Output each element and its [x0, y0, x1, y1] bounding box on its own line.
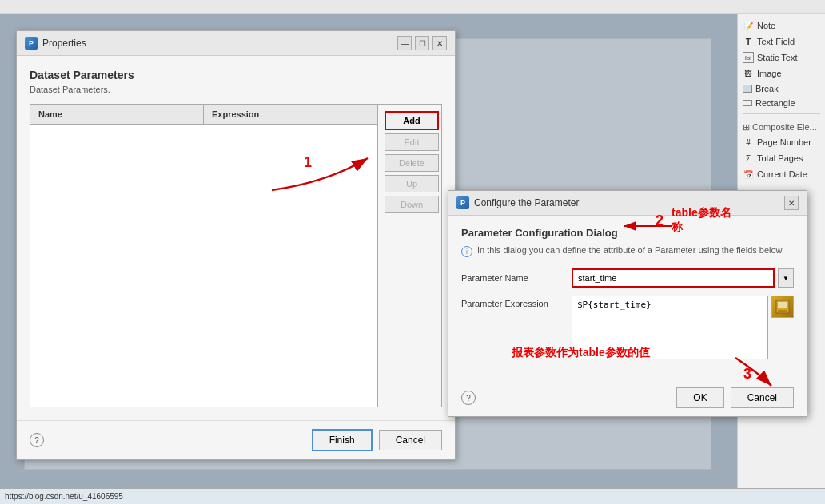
- param-table-actions: Add Edit Delete Up Down: [377, 105, 441, 407]
- configure-help-button[interactable]: ?: [461, 391, 476, 405]
- right-panel-note[interactable]: 📝 Note: [738, 18, 825, 34]
- properties-subtext: Dataset Parameters.: [30, 85, 442, 94]
- statictext-label: Static Text: [757, 53, 798, 62]
- note-label: Note: [757, 21, 775, 30]
- close-button[interactable]: ✕: [432, 36, 447, 50]
- right-panel-image[interactable]: 🖼 Image: [738, 65, 825, 81]
- param-expr-edit-button[interactable]: [771, 296, 794, 318]
- help-button[interactable]: ?: [30, 433, 44, 447]
- param-expr-label: Parameter Expression: [461, 296, 565, 308]
- properties-title: Properties: [42, 38, 86, 49]
- right-panel-break[interactable]: Break: [738, 81, 825, 96]
- currentdate-icon: 📅: [743, 169, 754, 180]
- param-name-input-wrapper: ▼: [572, 268, 794, 288]
- param-name-dropdown[interactable]: ▼: [778, 268, 794, 288]
- add-button[interactable]: Add: [385, 111, 439, 130]
- delete-button[interactable]: Delete: [385, 154, 439, 172]
- cancel-button[interactable]: Cancel: [379, 430, 442, 450]
- textfield-icon: T: [743, 36, 754, 47]
- statictext-icon: lbl: [743, 52, 754, 63]
- param-expr-container: [572, 296, 794, 359]
- param-table-body[interactable]: [30, 125, 377, 407]
- svg-rect-4: [778, 310, 787, 312]
- right-panel-currentdate[interactable]: 📅 Current Date: [738, 166, 825, 182]
- configure-close-button[interactable]: ✕: [784, 196, 799, 210]
- param-table: Name Expression: [30, 105, 377, 407]
- configure-heading: Parameter Configuration Dialog: [461, 227, 794, 239]
- configure-footer: ? OK Cancel: [448, 379, 807, 416]
- right-panel-totalpages[interactable]: Σ Total Pages: [738, 150, 825, 166]
- rectangle-icon: [743, 100, 752, 106]
- textfield-label: Text Field: [757, 37, 795, 46]
- configure-title: Configure the Parameter: [474, 197, 579, 208]
- info-icon: i: [461, 246, 472, 257]
- break-label: Break: [755, 84, 779, 93]
- expression-column-header: Expression: [204, 105, 377, 124]
- param-table-container: Name Expression Add Edit Delete Up Down: [30, 104, 442, 407]
- ruler: [0, 0, 825, 14]
- right-panel-statictext[interactable]: lbl Static Text: [738, 50, 825, 65]
- note-icon: 📝: [743, 20, 754, 31]
- down-button[interactable]: Down: [385, 196, 439, 213]
- right-panel-pagenumber[interactable]: # Page Number: [738, 134, 825, 150]
- currentdate-label: Current Date: [757, 169, 807, 179]
- svg-rect-0: [0, 0, 825, 14]
- minimize-button[interactable]: —: [397, 36, 412, 50]
- up-button[interactable]: Up: [385, 175, 439, 192]
- restore-button[interactable]: ☐: [415, 36, 429, 50]
- right-panel-rectangle[interactable]: Rectangle: [738, 96, 825, 110]
- ok-button[interactable]: OK: [676, 387, 723, 408]
- properties-body: Dataset Parameters Dataset Parameters. N…: [17, 56, 455, 420]
- name-column-header: Name: [30, 105, 204, 124]
- configure-titlebar: P Configure the Parameter ✕: [448, 191, 807, 216]
- configure-dialog: P Configure the Parameter ✕ Parameter Co…: [448, 190, 807, 417]
- properties-heading: Dataset Parameters: [30, 69, 442, 81]
- param-table-header: Name Expression: [30, 105, 377, 125]
- pagenumber-label: Page Number: [757, 137, 811, 147]
- panel-separator: [743, 113, 820, 114]
- rectangle-label: Rectangle: [755, 98, 795, 108]
- properties-dialog: P Properties — ☐ ✕ Dataset Parameters Da…: [16, 30, 456, 460]
- edit-button[interactable]: Edit: [385, 133, 439, 151]
- main-area: id $F{id} P Properties — ☐ ✕ Dataset Par…: [0, 14, 825, 504]
- configure-body: Parameter Configuration Dialog i In this…: [448, 216, 807, 379]
- properties-footer: ? Finish Cancel: [17, 420, 455, 459]
- right-panel-textfield[interactable]: T Text Field: [738, 34, 825, 50]
- pagenumber-icon: #: [743, 137, 754, 148]
- param-expr-input[interactable]: [572, 296, 768, 359]
- configure-info: i In this dialog you can define the attr…: [461, 245, 794, 257]
- composite-section: ⊞ Composite Ele...: [738, 121, 825, 134]
- image-label: Image: [757, 69, 782, 78]
- image-icon: 🖼: [743, 68, 754, 79]
- finish-button[interactable]: Finish: [312, 429, 373, 451]
- configure-cancel-button[interactable]: Cancel: [731, 387, 794, 408]
- param-name-row: Parameter Name ▼: [461, 268, 794, 288]
- totalpages-icon: Σ: [743, 153, 754, 164]
- param-name-input[interactable]: [572, 268, 775, 288]
- status-url: https://blog.csdn.net/u_41606595: [5, 492, 123, 501]
- status-bar: https://blog.csdn.net/u_41606595: [0, 488, 825, 504]
- configure-icon: P: [456, 196, 469, 209]
- configure-info-text: In this dialog you can define the attrib…: [477, 245, 784, 255]
- svg-rect-3: [778, 302, 787, 308]
- break-icon: [743, 85, 752, 93]
- totalpages-label: Total Pages: [757, 153, 803, 163]
- editor-area: id $F{id} P Properties — ☐ ✕ Dataset Par…: [0, 14, 737, 504]
- param-name-label: Parameter Name: [461, 273, 565, 283]
- properties-titlebar: P Properties — ☐ ✕: [17, 31, 455, 56]
- properties-icon: P: [25, 37, 38, 50]
- param-expr-row: Parameter Expression: [461, 296, 794, 359]
